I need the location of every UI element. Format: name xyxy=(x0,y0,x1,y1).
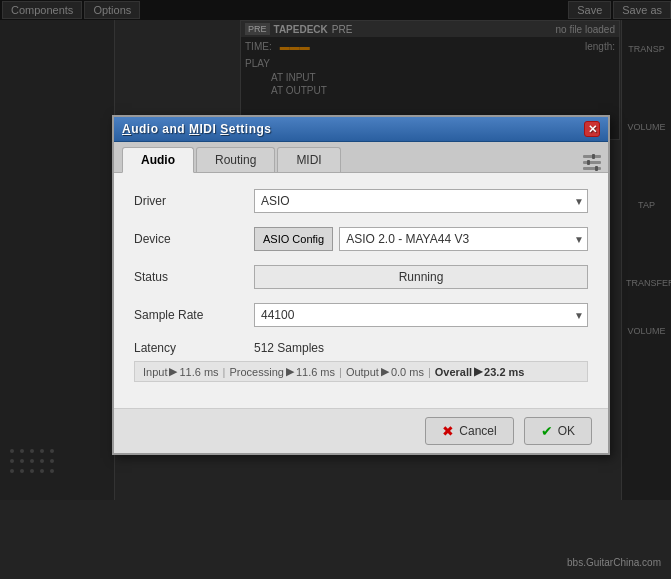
tab-icon-area xyxy=(582,146,608,172)
tabs-row: Audio Routing MIDI xyxy=(114,142,608,173)
sample-rate-select-wrapper: 44100 48000 88200 96000 ▼ xyxy=(254,303,588,327)
ok-label: OK xyxy=(558,424,575,438)
timing-input-label: Input xyxy=(143,366,167,378)
title-midi: M xyxy=(189,122,200,136)
timing-sep-3: | xyxy=(428,366,431,378)
sample-rate-label: Sample Rate xyxy=(134,308,254,322)
timing-input: Input ▶ 11.6 ms xyxy=(143,365,219,378)
timing-input-value: 11.6 ms xyxy=(179,366,218,378)
latency-label: Latency xyxy=(134,341,254,355)
cancel-label: Cancel xyxy=(459,424,496,438)
timing-output: Output ▶ 0.0 ms xyxy=(346,365,424,378)
driver-select[interactable]: ASIO DirectSound WASAPI xyxy=(254,189,588,213)
svg-rect-1 xyxy=(583,161,601,164)
device-row-inner: ASIO Config ASIO 2.0 - MAYA44 V3 ▼ xyxy=(254,227,588,251)
ok-button[interactable]: ✔ OK xyxy=(524,417,592,445)
title-and: and xyxy=(162,122,189,136)
title-settings: S xyxy=(220,122,229,136)
dialog-titlebar: Audio and MIDI Settings ✕ xyxy=(114,117,608,142)
asio-config-button[interactable]: ASIO Config xyxy=(254,227,333,251)
device-select[interactable]: ASIO 2.0 - MAYA44 V3 xyxy=(339,227,588,251)
driver-control: ASIO DirectSound WASAPI ▼ xyxy=(254,189,588,213)
svg-rect-5 xyxy=(595,166,598,171)
settings-icon xyxy=(582,152,602,172)
svg-rect-3 xyxy=(592,154,595,159)
latency-row: Latency 512 Samples xyxy=(134,341,588,355)
device-label: Device xyxy=(134,232,254,246)
tab-routing[interactable]: Routing xyxy=(196,147,275,172)
driver-select-wrapper: ASIO DirectSound WASAPI ▼ xyxy=(254,189,588,213)
timing-processing-label: Processing xyxy=(229,366,283,378)
dialog-footer: ✖ Cancel ✔ OK xyxy=(114,408,608,453)
tab-midi[interactable]: MIDI xyxy=(277,147,340,172)
status-row: Status Running xyxy=(134,265,588,289)
dialog-title: Audio and MIDI Settings xyxy=(122,122,272,136)
device-control: ASIO Config ASIO 2.0 - MAYA44 V3 ▼ xyxy=(254,227,588,251)
driver-row: Driver ASIO DirectSound WASAPI ▼ xyxy=(134,189,588,213)
status-label: Status xyxy=(134,270,254,284)
timing-overall: Overall ▶ 23.2 ms xyxy=(435,365,525,378)
timing-output-value: 0.0 ms xyxy=(391,366,424,378)
status-control: Running xyxy=(254,265,588,289)
timing-row: Input ▶ 11.6 ms | Processing ▶ 11.6 ms |… xyxy=(134,361,588,382)
cancel-icon: ✖ xyxy=(442,423,454,439)
device-row: Device ASIO Config ASIO 2.0 - MAYA44 V3 … xyxy=(134,227,588,251)
timing-overall-arrow: ▶ xyxy=(474,365,482,378)
timing-processing-arrow: ▶ xyxy=(286,365,294,378)
timing-sep-1: | xyxy=(223,366,226,378)
timing-overall-value: 23.2 ms xyxy=(484,366,524,378)
close-button[interactable]: ✕ xyxy=(584,121,600,137)
sample-rate-select[interactable]: 44100 48000 88200 96000 xyxy=(254,303,588,327)
ok-icon: ✔ xyxy=(541,423,553,439)
watermark-text: bbs.GuitarChina.com xyxy=(567,557,661,568)
sample-rate-row: Sample Rate 44100 48000 88200 96000 ▼ xyxy=(134,303,588,327)
latency-section: Latency 512 Samples Input ▶ 11.6 ms | Pr… xyxy=(134,341,588,382)
title-audio: A xyxy=(122,122,131,136)
watermark: bbs.GuitarChina.com xyxy=(567,555,661,569)
cancel-button[interactable]: ✖ Cancel xyxy=(425,417,513,445)
timing-output-arrow: ▶ xyxy=(381,365,389,378)
svg-rect-2 xyxy=(583,167,601,170)
driver-label: Driver xyxy=(134,194,254,208)
timing-processing-value: 11.6 ms xyxy=(296,366,335,378)
title-audio-rest: udio xyxy=(131,122,162,136)
settings-dialog: Audio and MIDI Settings ✕ Audio Routing … xyxy=(112,115,610,455)
timing-output-label: Output xyxy=(346,366,379,378)
device-select-wrapper: ASIO 2.0 - MAYA44 V3 ▼ xyxy=(339,227,588,251)
timing-input-arrow: ▶ xyxy=(169,365,177,378)
tab-audio[interactable]: Audio xyxy=(122,147,194,173)
latency-value: 512 Samples xyxy=(254,341,324,355)
timing-sep-2: | xyxy=(339,366,342,378)
svg-rect-4 xyxy=(587,160,590,165)
title-midi-rest: IDI xyxy=(200,122,221,136)
dialog-body: Driver ASIO DirectSound WASAPI ▼ Device … xyxy=(114,173,608,408)
status-value: Running xyxy=(254,265,588,289)
sample-rate-control: 44100 48000 88200 96000 ▼ xyxy=(254,303,588,327)
timing-overall-label: Overall xyxy=(435,366,472,378)
timing-processing: Processing ▶ 11.6 ms xyxy=(229,365,335,378)
title-settings-rest: ettings xyxy=(229,122,272,136)
